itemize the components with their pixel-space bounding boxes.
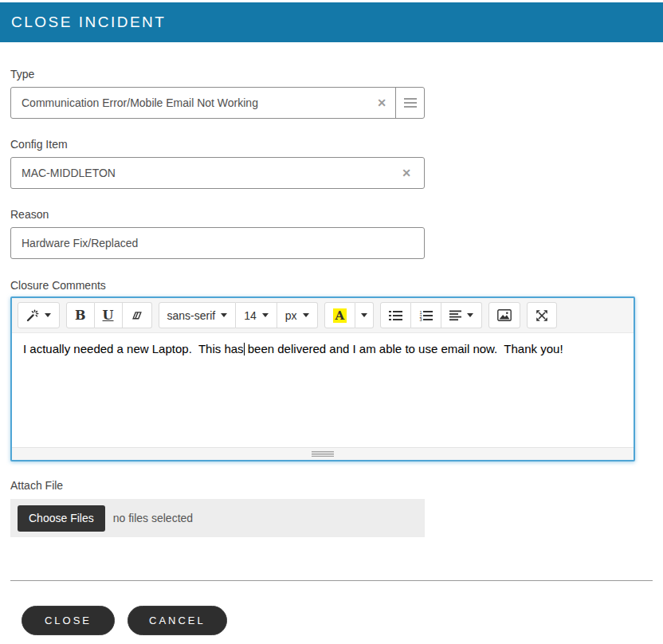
cancel-button[interactable]: CANCEL	[128, 606, 227, 635]
type-field: Type Communication Error/Mobile Email No…	[10, 69, 653, 119]
underline-button[interactable]: U	[95, 302, 123, 328]
resize-grip-icon	[312, 451, 334, 457]
list-ul-icon	[389, 310, 402, 321]
close-incident-dialog: CLOSE INCIDENT Type Communication Error/…	[0, 2, 663, 635]
color-group: A	[324, 302, 375, 328]
editor-content[interactable]: I actually needed a new Laptop. This has…	[12, 333, 634, 447]
chevron-down-icon	[361, 313, 367, 317]
ordered-list-button[interactable]: 1 2 3	[411, 302, 441, 328]
magic-wand-icon	[26, 309, 39, 322]
type-label: Type	[10, 69, 653, 80]
closure-comments-field: Closure Comments	[10, 280, 653, 461]
list-ol-icon: 1 2 3	[419, 310, 433, 321]
reason-field: Reason Hardware Fix/Replaced	[10, 209, 653, 259]
attach-file-label: Attach File	[10, 480, 653, 491]
editor-toolbar: B U	[12, 298, 634, 333]
config-item-value: MAC-MIDDLETON	[22, 167, 393, 179]
svg-text:3: 3	[420, 317, 422, 321]
paragraph-align-dropdown[interactable]	[441, 302, 482, 328]
file-upload-area: Choose Files no files selected	[10, 499, 425, 537]
picture-icon	[497, 309, 512, 321]
font-unit-value: px	[285, 309, 297, 322]
paragraph-group: 1 2 3	[380, 302, 482, 328]
chevron-down-icon	[45, 313, 51, 317]
closure-comments-label: Closure Comments	[10, 280, 653, 291]
unordered-list-button[interactable]	[380, 302, 411, 328]
editor-resize-bar[interactable]	[12, 447, 634, 460]
page-header: CLOSE INCIDENT	[0, 2, 663, 42]
font-color-dropdown[interactable]	[355, 302, 374, 328]
footer-divider	[10, 580, 653, 581]
reason-input[interactable]: Hardware Fix/Replaced	[10, 227, 425, 259]
underline-icon: U	[103, 308, 114, 323]
font-group: sans-serif 14 px	[159, 302, 318, 328]
close-button[interactable]: CLOSE	[22, 606, 115, 635]
choose-files-button[interactable]: Choose Files	[18, 505, 105, 532]
view-group	[527, 302, 557, 328]
arrows-expand-icon	[536, 309, 548, 322]
file-upload-status: no files selected	[113, 512, 193, 524]
chevron-down-icon	[221, 313, 227, 317]
reason-label: Reason	[10, 209, 653, 220]
font-size-dropdown[interactable]: 14	[236, 302, 277, 328]
format-group: B U	[66, 302, 152, 328]
bold-button[interactable]: B	[66, 302, 95, 328]
font-color-button[interactable]: A	[324, 302, 356, 328]
form-body: Type Communication Error/Mobile Email No…	[0, 69, 663, 635]
font-family-value: sans-serif	[167, 309, 216, 322]
config-item-clear-icon[interactable]: ✕	[393, 167, 424, 179]
clear-formatting-button[interactable]	[123, 302, 152, 328]
reason-value: Hardware Fix/Replaced	[22, 237, 424, 249]
action-button-row: CLOSE CANCEL	[22, 606, 653, 635]
style-group	[18, 302, 60, 328]
editor-text-before-cursor: I actually needed a new Laptop. This has	[23, 342, 244, 355]
editor-text-after-cursor: been delivered and I am able to use emai…	[245, 342, 563, 355]
chevron-down-icon	[303, 313, 309, 317]
align-lines-icon	[449, 310, 461, 321]
fullscreen-button[interactable]	[527, 302, 557, 328]
font-unit-dropdown[interactable]: px	[277, 302, 318, 328]
page-title: CLOSE INCIDENT	[11, 14, 166, 31]
style-dropdown-button[interactable]	[18, 302, 60, 328]
attach-file-field: Attach File Choose Files no files select…	[10, 480, 653, 537]
config-item-input[interactable]: MAC-MIDDLETON ✕	[10, 157, 425, 189]
rich-text-editor: B U	[10, 296, 635, 461]
config-item-label: Config Item	[10, 139, 653, 150]
config-item-field: Config Item MAC-MIDDLETON ✕	[10, 139, 653, 189]
type-lookup-button[interactable]	[395, 88, 424, 118]
chevron-down-icon	[467, 313, 473, 317]
insert-group	[488, 302, 520, 328]
font-size-value: 14	[244, 309, 257, 322]
type-input[interactable]: Communication Error/Mobile Email Not Wor…	[10, 87, 425, 119]
type-value: Communication Error/Mobile Email Not Wor…	[22, 96, 368, 109]
insert-image-button[interactable]	[488, 302, 520, 328]
hamburger-icon	[404, 98, 417, 108]
type-clear-icon[interactable]: ✕	[368, 96, 395, 109]
font-family-dropdown[interactable]: sans-serif	[159, 302, 237, 328]
eraser-icon	[131, 309, 143, 322]
highlight-color-icon: A	[333, 308, 347, 323]
chevron-down-icon	[262, 313, 269, 317]
bold-icon: B	[75, 308, 86, 323]
